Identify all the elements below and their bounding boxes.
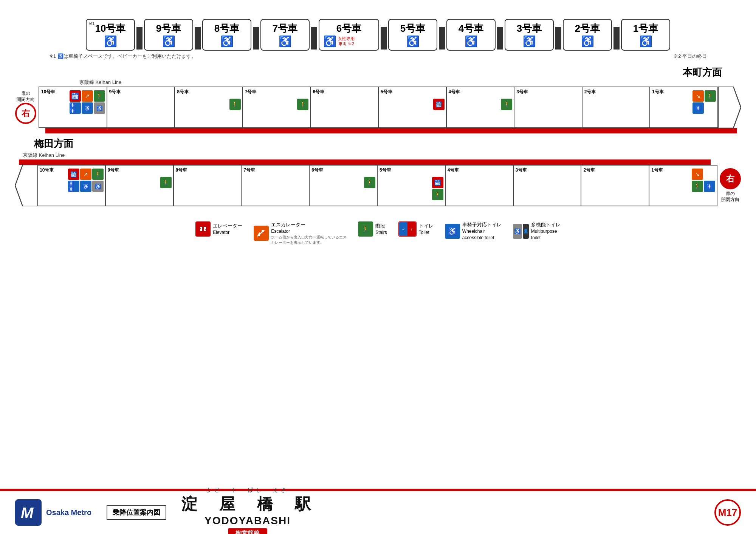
legend-toilet-text: トイレ Toilet (419, 223, 434, 236)
car-4-wheelchair: ♿ (451, 35, 491, 48)
footnote-row: ※1 ♿は車椅子スペースです。ベビーカーもご利用いただけます。 ※2 平日の終日 (11, 51, 745, 62)
footnote-2: ※2 平日の終日 (673, 53, 707, 60)
lower-car-6-label: 6号車 (311, 167, 375, 173)
car-7-wheelchair: ♿ (265, 35, 305, 48)
upper-car-2: 2号車 (582, 87, 651, 128)
car-10-num: 10号車 (90, 22, 130, 35)
toilet-icon-1-l: 🚹 (704, 181, 715, 192)
legend-elevator-en: Elevator (213, 229, 242, 236)
station-line-badge: 御堂筋線 (228, 528, 267, 534)
upper-car-1: 1号車 ↘ 🚶 🚹 (650, 87, 718, 128)
footnote-1: ※1 ♿は車椅子スペースです。ベビーカーもご利用いただけます。 (49, 53, 196, 60)
legend-multipurpose: ♿ 👤 多機能トイレ Multipurpose toilet (513, 221, 561, 241)
station-number-badge: M17 (714, 499, 741, 526)
svg-marker-0 (718, 87, 741, 128)
sep-9-8 (195, 27, 201, 50)
svg-marker-1 (15, 165, 38, 206)
legend-toilet-en: Toilet (419, 229, 434, 236)
lower-rail (19, 159, 711, 165)
car-1-num: 1号車 (626, 22, 666, 35)
legend-toilet-icon-container: ♂ ♀ (398, 221, 417, 237)
legend-wc-accessible: ♿ 車椅子対応トイレ Wheelchair accessible toilet (445, 221, 502, 241)
lower-car-5: 5号車 🛗 🚶 (378, 165, 446, 206)
car-1-wheelchair: ♿ (626, 35, 666, 48)
wc-accessible-icon: ♿ (445, 224, 460, 239)
stairs-icon-5-l: 🚶 (432, 189, 443, 200)
lower-car-9-icons: 🚶 (160, 177, 172, 188)
wc-icon-10: ♿ (82, 102, 93, 114)
stairs-icon-4: 🚶 (501, 99, 512, 110)
upper-car-8-icons: 🚶 (229, 99, 241, 110)
upper-car-6: 6号車 (311, 87, 379, 128)
svg-text:M: M (21, 505, 34, 521)
legend-multipurpose-text: 多機能トイレ Multipurpose toilet (531, 221, 561, 241)
lower-car-3: 3号車 (514, 165, 582, 206)
car-6-female-note: 女性専用車両 ※2 (338, 36, 355, 46)
upper-car-4-label: 4号車 (449, 89, 512, 95)
legend-multipurpose-en: Multipurpose toilet (531, 228, 561, 241)
upper-car-9-label: 9号車 (109, 89, 173, 95)
upper-car-3: 3号車 (514, 87, 582, 128)
legend-escalator-en: Escalator (271, 228, 347, 235)
board-type: 乗降位置案内図 (107, 505, 166, 520)
upper-door-direction: 扉の開閉方向 右 (15, 91, 36, 124)
upper-car-5-label: 5号車 (381, 89, 444, 95)
upper-car-7-label: 7号車 (245, 89, 308, 95)
car-10-wheelchair: ♿ (90, 35, 130, 48)
legend-escalator-text: エスカレーター Escalator ホーム側から出入口方向へ運転しているエスカレ… (271, 221, 347, 245)
metro-logo: M Osaka Metro (15, 499, 91, 526)
legend-elevator: エレベーター Elevator (195, 221, 242, 237)
escalator-icon-1-l: ↘ (692, 169, 703, 180)
car-5-wheelchair: ♿ (393, 35, 433, 48)
car-box-10: ※1 10号車 ♿ (86, 19, 135, 51)
multi-wc-icon: ♿ (513, 224, 522, 239)
lower-car-2: 2号車 (581, 165, 649, 206)
upper-door-circle: 右 (15, 103, 36, 124)
escalator-icon-10: ↗ (82, 90, 93, 102)
sep-2-1 (613, 27, 620, 50)
upper-car-5: 5号車 🛗 (379, 87, 447, 128)
upper-cars-container: 10号車 🛗 ↗ 🚶 🚹🚺 ♿ ♿ (39, 87, 741, 128)
legend-toilet: ♂ ♀ トイレ Toilet (398, 221, 434, 237)
footer: M Osaka Metro 乗降位置案内図 よど や ばし えき 淀 屋 橋 駅… (0, 489, 756, 534)
upper-train-row: 扉の開閉方向 右 10号車 🛗 ↗ 🚶 🚹🚺 (15, 87, 741, 128)
car-2-wheelchair: ♿ (567, 35, 607, 48)
sep-6-5 (381, 27, 387, 50)
legend-escalator-ja: エスカレーター (271, 221, 347, 228)
toilet-icon-10-l: 🚹🚺 (68, 181, 79, 192)
stairs-icon-8: 🚶 (229, 99, 241, 110)
elevator-icon-5-up: 🛗 (433, 99, 445, 110)
legend-stairs-icon: 🚶 (358, 221, 373, 237)
car-box-8: 8号車 ♿ (202, 19, 251, 51)
lower-train-row: 10号車 🛗 ↗ 🚶 🚹🚺 ♿ ♿ (15, 165, 741, 206)
legend-stairs-ja: 階段 (375, 223, 387, 229)
upper-car-9: 9号車 (107, 87, 175, 128)
stairs-icon-6-l: 🚶 (364, 177, 375, 188)
lower-door-circle: 右 (720, 168, 741, 189)
car-2-num: 2号車 (567, 22, 607, 35)
car-box-5: 5号車 ♿ (388, 19, 437, 51)
car-8-num: 8号車 (207, 22, 247, 35)
upper-car-7-icons: 🚶 (297, 99, 308, 110)
car-7-num: 7号車 (265, 22, 305, 35)
car-6-num: 6号車 (323, 22, 375, 35)
car-box-2: 2号車 ♿ (563, 19, 612, 51)
legend-escalator: エスカレーター Escalator ホーム側から出入口方向へ運転しているエスカレ… (254, 221, 347, 245)
upper-car-8-label: 8号車 (177, 89, 240, 95)
lower-car-1: 1号車 ↘ 🚶 🚹 (649, 165, 717, 206)
car-3-num: 3号車 (509, 22, 549, 35)
toilet-male-icon: ♂ (399, 222, 407, 236)
sep-3-2 (555, 27, 561, 50)
upper-car-2-label: 2号車 (584, 89, 648, 95)
upper-train-diagram: 京阪線 Keihan Line 扉の開閉方向 右 10号車 🛗 ↗ 🚶 (15, 79, 741, 133)
car-8-wheelchair: ♿ (207, 35, 247, 48)
legend-elevator-icon (195, 221, 211, 237)
lower-car-9: 9号車 🚶 (106, 165, 174, 206)
svg-rect-2 (198, 224, 208, 234)
legend-escalator-note: ホーム側から出入口方向へ運転しているエスカレーターを表示しています。 (271, 235, 347, 245)
lower-car-1-icons: ↘ 🚶 🚹 (692, 169, 715, 192)
direction-upper: 本町方面 (11, 66, 745, 79)
legend-escalator-icon (254, 226, 269, 241)
lower-car-6: 6号車 🚶 (310, 165, 378, 206)
lower-car-5-label: 5号車 (380, 167, 443, 173)
